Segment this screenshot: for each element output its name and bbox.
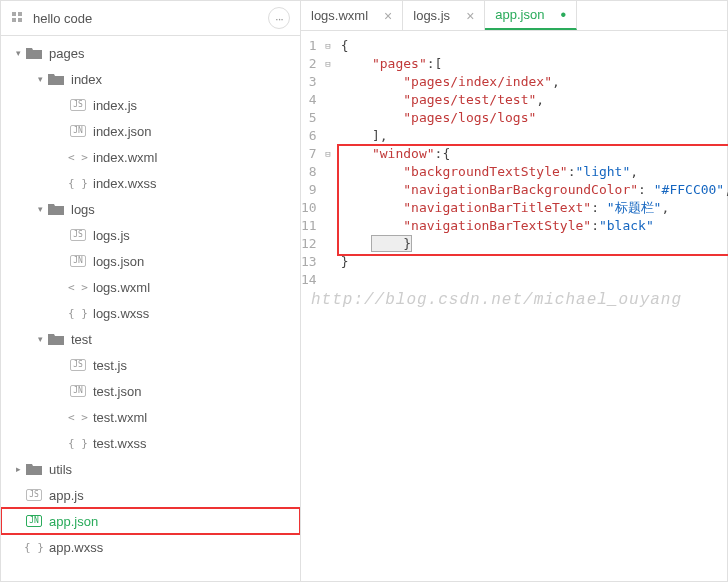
- file-label: test.wxml: [93, 410, 147, 425]
- tab-label: app.json: [495, 7, 544, 22]
- project-header: hello code ···: [1, 1, 300, 36]
- caret-down-icon: ▾: [35, 204, 45, 214]
- folder-index[interactable]: ▾index: [1, 66, 300, 92]
- js-file-icon: JS: [25, 488, 43, 502]
- file-label: test.js: [93, 358, 127, 373]
- code-editor[interactable]: 1⊟ 2⊟ 3 4 5 6 7⊟ 8 9 10 11 12 13 14 { "p…: [301, 31, 727, 581]
- file-test-wxss[interactable]: { }test.wxss: [1, 430, 300, 456]
- file-logs-json[interactable]: JNlogs.json: [1, 248, 300, 274]
- tab-app-json[interactable]: app.json•: [485, 1, 577, 30]
- fold-icon[interactable]: ⊟: [321, 145, 331, 163]
- tab-label: logs.wxml: [311, 8, 368, 23]
- dirty-indicator-icon: •: [560, 6, 566, 24]
- file-index-json[interactable]: JNindex.json: [1, 118, 300, 144]
- editor-tabs: logs.wxml× logs.js× app.json•: [301, 1, 727, 31]
- file-label: logs.js: [93, 228, 130, 243]
- editor-area: logs.wxml× logs.js× app.json• 1⊟ 2⊟ 3 4 …: [301, 1, 727, 581]
- folder-icon: [25, 462, 43, 476]
- cursor: }: [372, 236, 411, 251]
- file-label: test.json: [93, 384, 141, 399]
- folder-icon: [47, 332, 65, 346]
- file-app-wxss[interactable]: { }app.wxss: [1, 534, 300, 560]
- file-logs-js[interactable]: JSlogs.js: [1, 222, 300, 248]
- file-label: logs.wxml: [93, 280, 150, 295]
- caret-right-icon: ▸: [13, 464, 23, 474]
- folder-label: index: [71, 72, 102, 87]
- svg-rect-3: [18, 18, 22, 22]
- close-icon[interactable]: ×: [384, 8, 392, 24]
- js-file-icon: JS: [69, 358, 87, 372]
- caret-down-icon: ▾: [13, 48, 23, 58]
- wxss-file-icon: { }: [69, 436, 87, 450]
- file-app-js[interactable]: JSapp.js: [1, 482, 300, 508]
- tab-logs-wxml[interactable]: logs.wxml×: [301, 1, 403, 30]
- file-logs-wxml[interactable]: < >logs.wxml: [1, 274, 300, 300]
- file-app-json[interactable]: JNapp.json: [1, 508, 300, 534]
- caret-down-icon: ▾: [35, 74, 45, 84]
- folder-icon: [47, 202, 65, 216]
- file-label: app.json: [49, 514, 98, 529]
- svg-rect-1: [18, 12, 22, 16]
- json-file-icon: JN: [69, 254, 87, 268]
- folder-pages[interactable]: ▾pages: [1, 40, 300, 66]
- file-label: index.wxss: [93, 176, 157, 191]
- folder-utils[interactable]: ▸utils: [1, 456, 300, 482]
- svg-rect-0: [12, 12, 16, 16]
- wxss-file-icon: { }: [25, 540, 43, 554]
- file-label: logs.json: [93, 254, 144, 269]
- file-label: index.js: [93, 98, 137, 113]
- file-tree: ▾pages ▾index JSindex.js JNindex.json < …: [1, 36, 300, 564]
- project-title: hello code: [33, 11, 268, 26]
- file-label: index.json: [93, 124, 152, 139]
- folder-logs[interactable]: ▾logs: [1, 196, 300, 222]
- file-test-js[interactable]: JStest.js: [1, 352, 300, 378]
- code-content[interactable]: { "pages":[ "pages/index/index", "pages/…: [337, 31, 728, 581]
- sidebar: hello code ··· ▾pages ▾index JSindex.js …: [1, 1, 301, 581]
- tab-label: logs.js: [413, 8, 450, 23]
- wxml-file-icon: < >: [69, 150, 87, 164]
- folder-icon: [25, 46, 43, 60]
- json-file-icon: JN: [25, 514, 43, 528]
- file-label: test.wxss: [93, 436, 146, 451]
- close-icon[interactable]: ×: [466, 8, 474, 24]
- file-index-wxss[interactable]: { }index.wxss: [1, 170, 300, 196]
- js-file-icon: JS: [69, 98, 87, 112]
- json-file-icon: JN: [69, 124, 87, 138]
- tab-logs-js[interactable]: logs.js×: [403, 1, 485, 30]
- file-index-wxml[interactable]: < >index.wxml: [1, 144, 300, 170]
- ide-root: hello code ··· ▾pages ▾index JSindex.js …: [0, 0, 728, 582]
- folder-icon: [47, 72, 65, 86]
- file-test-wxml[interactable]: < >test.wxml: [1, 404, 300, 430]
- wxml-file-icon: < >: [69, 280, 87, 294]
- folder-test[interactable]: ▾test: [1, 326, 300, 352]
- line-gutter: 1⊟ 2⊟ 3 4 5 6 7⊟ 8 9 10 11 12 13 14: [301, 31, 337, 581]
- more-button[interactable]: ···: [268, 7, 290, 29]
- fold-icon[interactable]: ⊟: [321, 37, 331, 55]
- fold-icon[interactable]: ⊟: [321, 55, 331, 73]
- file-index-js[interactable]: JSindex.js: [1, 92, 300, 118]
- folder-label: pages: [49, 46, 84, 61]
- file-label: app.wxss: [49, 540, 103, 555]
- wxml-file-icon: < >: [69, 410, 87, 424]
- file-test-json[interactable]: JNtest.json: [1, 378, 300, 404]
- folder-label: logs: [71, 202, 95, 217]
- svg-rect-2: [12, 18, 16, 22]
- folder-label: utils: [49, 462, 72, 477]
- wxss-file-icon: { }: [69, 176, 87, 190]
- file-label: app.js: [49, 488, 84, 503]
- wxss-file-icon: { }: [69, 306, 87, 320]
- json-file-icon: JN: [69, 384, 87, 398]
- caret-down-icon: ▾: [35, 334, 45, 344]
- js-file-icon: JS: [69, 228, 87, 242]
- file-label: logs.wxss: [93, 306, 149, 321]
- file-label: index.wxml: [93, 150, 157, 165]
- folder-label: test: [71, 332, 92, 347]
- file-logs-wxss[interactable]: { }logs.wxss: [1, 300, 300, 326]
- project-tree-icon: [11, 11, 25, 25]
